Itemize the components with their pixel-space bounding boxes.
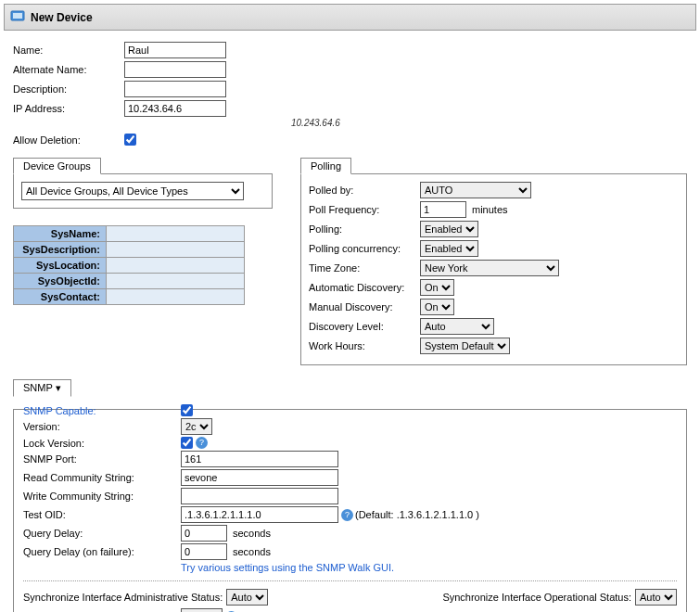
sysname-label: SysName: [14, 226, 107, 242]
tab-device-groups[interactable]: Device Groups [13, 158, 101, 174]
auto-disc-select[interactable]: On [420, 279, 454, 296]
oid-default-text: (Default: .1.3.6.1.2.1.1.1.0 ) [355, 509, 479, 520]
snmp-lock-checkbox[interactable] [181, 437, 193, 449]
timezone-select[interactable]: New York [420, 260, 559, 276]
polling-on-label: Polling: [309, 223, 420, 235]
snmp-port-label: SNMP Port: [23, 453, 181, 465]
query-delay-label: Query Delay: [23, 528, 181, 539]
ip-hint: 10.243.64.6 [291, 118, 687, 128]
device-groups-select[interactable]: All Device Groups, All Device Types [21, 182, 244, 200]
poll-freq-unit: minutes [472, 204, 508, 215]
sysdesc-label: SysDescription: [14, 242, 107, 258]
sync-admin-label: Synchronize Interface Administrative Sta… [23, 592, 223, 603]
snmp-lock-label: Lock Version: [23, 438, 181, 449]
polling-conc-label: Polling concurrency: [309, 243, 420, 254]
polling-panel: Polling Polled by:AUTO Poll Frequency:mi… [300, 157, 687, 365]
timezone-label: Time Zone: [309, 262, 420, 274]
title-bar: New Device [4, 4, 696, 31]
altname-label: Alternate Name: [13, 64, 124, 75]
snmp-walk-link[interactable]: Try various settings using the SNMP Walk… [181, 562, 394, 573]
snmp-version-select[interactable]: 2c [181, 418, 212, 435]
snmp-port-input[interactable] [181, 451, 338, 467]
help-icon[interactable]: ? [196, 437, 208, 449]
window-title: New Device [31, 11, 93, 24]
query-delayf-unit: seconds [233, 546, 271, 557]
device-icon [10, 8, 25, 26]
manual-disc-label: Manual Discovery: [309, 301, 420, 312]
snmp-version-label: Version: [23, 421, 181, 432]
tab-polling[interactable]: Polling [300, 158, 351, 174]
sync-admin-select[interactable]: Auto [226, 589, 268, 606]
snmp-capable-label: SNMP Capable: [23, 405, 181, 416]
read-comm-input[interactable] [181, 469, 338, 486]
sysobj-label: SysObjectId: [14, 274, 107, 289]
ip-input[interactable] [124, 100, 226, 117]
snmp-panel: SNMP Capable: Version:2c Lock Version:? … [13, 409, 687, 612]
auto-disc-label: Automatic Discovery: [309, 282, 420, 293]
disc-level-select[interactable]: Auto [420, 318, 494, 335]
allow-deletion-label: Allow Deletion: [13, 134, 124, 146]
disc-level-label: Discovery Level: [309, 321, 420, 332]
sysdesc-value [107, 242, 245, 258]
description-label: Description: [13, 83, 124, 95]
poll-freq-input[interactable] [420, 201, 466, 218]
query-delay-unit: seconds [233, 528, 271, 539]
sysname-value [107, 226, 245, 242]
chevron-down-icon: ▾ [56, 382, 61, 393]
syscontact-value [107, 289, 245, 305]
rfc-select[interactable]: Auto [181, 608, 223, 612]
allow-deletion-checkbox[interactable] [124, 134, 136, 146]
name-input[interactable] [124, 42, 226, 58]
test-oid-input[interactable] [181, 506, 338, 523]
sysloc-label: SysLocation: [14, 258, 107, 274]
polling-conc-select[interactable]: Enabled [420, 240, 478, 257]
help-icon[interactable]: ? [341, 509, 353, 521]
work-hours-select[interactable]: System Default [420, 338, 510, 354]
device-groups-panel: Device Groups All Device Groups, All Dev… [13, 157, 273, 209]
query-delayf-label: Query Delay (on failure): [23, 546, 181, 557]
description-input[interactable] [124, 81, 226, 97]
polled-by-label: Polled by: [309, 185, 420, 196]
read-comm-label: Read Community String: [23, 472, 181, 483]
manual-disc-select[interactable]: On [420, 299, 454, 315]
polling-on-select[interactable]: Enabled [420, 221, 478, 237]
sync-oper-select[interactable]: Auto [635, 589, 677, 606]
write-comm-label: Write Community String: [23, 491, 181, 502]
sys-table: SysName: SysDescription: SysLocation: Sy… [13, 225, 245, 305]
altname-input[interactable] [124, 61, 226, 78]
name-label: Name: [13, 45, 124, 56]
sysobj-value [107, 274, 245, 289]
test-oid-label: Test OID: [23, 509, 181, 520]
work-hours-label: Work Hours: [309, 340, 420, 351]
polled-by-select[interactable]: AUTO [420, 182, 531, 198]
svg-rect-1 [13, 13, 22, 19]
syscontact-label: SysContact: [14, 289, 107, 305]
query-delayf-input[interactable] [181, 543, 227, 560]
sysloc-value [107, 258, 245, 274]
sync-oper-label: Synchronize Interface Operational Status… [442, 592, 631, 603]
query-delay-input[interactable] [181, 525, 227, 542]
write-comm-input[interactable] [181, 488, 338, 504]
poll-freq-label: Poll Frequency: [309, 204, 420, 215]
tab-snmp[interactable]: SNMP ▾ [13, 379, 71, 397]
snmp-capable-checkbox[interactable] [181, 404, 193, 416]
ip-label: IP Address: [13, 103, 124, 114]
